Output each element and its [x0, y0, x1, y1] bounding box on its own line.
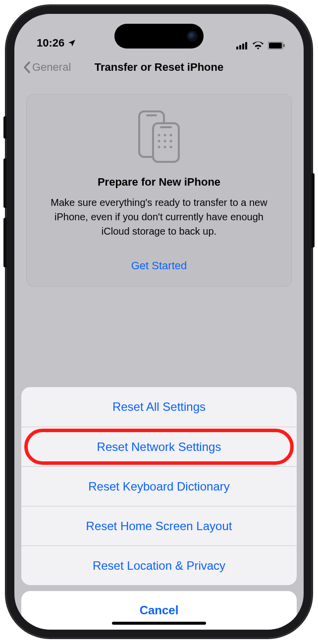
svg-rect-9: [153, 123, 179, 162]
page-title: Transfer or Reset iPhone: [95, 61, 223, 74]
svg-point-11: [158, 134, 160, 137]
status-time: 10:26: [37, 37, 64, 50]
back-button[interactable]: General: [23, 61, 71, 74]
action-sheet-options: Reset All Settings Reset Network Setting…: [21, 387, 297, 585]
option-reset-home-screen-layout[interactable]: Reset Home Screen Layout: [21, 506, 297, 545]
prepare-card-body: Make sure everything's ready to transfer…: [41, 196, 277, 239]
battery-icon: [268, 42, 285, 50]
svg-point-18: [164, 146, 166, 149]
home-indicator[interactable]: [112, 622, 206, 625]
option-label: Reset Home Screen Layout: [86, 519, 232, 533]
prepare-card: Prepare for New iPhone Make sure everyth…: [26, 94, 292, 287]
iphone-device-frame: 10:26 General: [5, 5, 313, 639]
wifi-icon: [252, 41, 264, 50]
front-camera: [188, 32, 197, 41]
cellular-signal-icon: [236, 42, 248, 50]
volume-down-button: [3, 218, 6, 267]
svg-rect-0: [236, 47, 238, 50]
reset-action-sheet: Reset All Settings Reset Network Setting…: [21, 387, 297, 630]
option-reset-all-settings[interactable]: Reset All Settings: [21, 387, 297, 427]
prepare-card-title: Prepare for New iPhone: [41, 176, 277, 189]
svg-rect-3: [245, 42, 247, 50]
screen: 10:26 General: [14, 14, 304, 630]
svg-rect-2: [242, 44, 244, 50]
svg-point-17: [158, 146, 160, 149]
option-label: Reset Network Settings: [97, 440, 221, 454]
chevron-left-icon: [23, 61, 30, 73]
option-label: Reset Location & Privacy: [93, 559, 225, 573]
option-reset-keyboard-dictionary[interactable]: Reset Keyboard Dictionary: [21, 466, 297, 506]
get-started-link[interactable]: Get Started: [41, 259, 277, 272]
nav-bar: General Transfer or Reset iPhone: [14, 53, 304, 81]
option-label: Reset Keyboard Dictionary: [88, 480, 229, 494]
cancel-label: Cancel: [140, 603, 179, 617]
location-arrow-icon: [67, 39, 76, 48]
svg-point-12: [164, 134, 166, 137]
svg-rect-1: [239, 45, 241, 50]
option-label: Reset All Settings: [112, 400, 206, 414]
svg-rect-5: [269, 43, 282, 49]
svg-point-14: [158, 140, 160, 143]
volume-up-button: [3, 158, 6, 208]
side-button: [312, 173, 315, 248]
silent-switch: [3, 116, 6, 139]
svg-point-15: [164, 140, 166, 143]
svg-point-19: [170, 146, 172, 149]
back-label: General: [32, 61, 71, 74]
option-reset-location-privacy[interactable]: Reset Location & Privacy: [21, 545, 297, 585]
svg-point-16: [170, 140, 172, 143]
option-reset-network-settings[interactable]: Reset Network Settings: [21, 427, 297, 466]
two-phones-icon: [136, 109, 182, 164]
dynamic-island: [114, 24, 204, 49]
svg-rect-6: [283, 44, 285, 47]
svg-point-13: [170, 134, 172, 137]
